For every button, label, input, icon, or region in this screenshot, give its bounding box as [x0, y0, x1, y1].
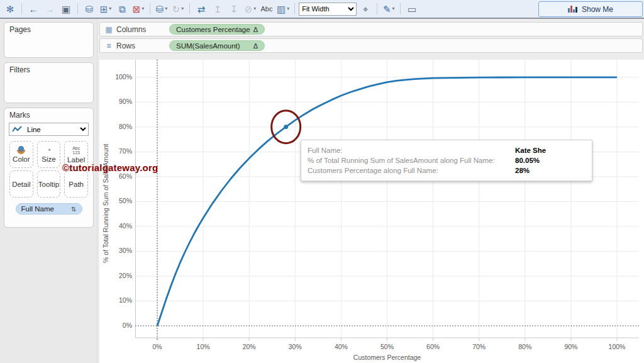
swap-rows-columns-button[interactable]: ⇄: [194, 1, 209, 16]
rows-shelf[interactable]: ≡ Rows SUM(SalesAmount) Δ: [99, 38, 643, 53]
color-button-label: Color: [13, 155, 30, 163]
pages-shelf[interactable]: Pages: [4, 22, 94, 58]
pause-auto-updates-button[interactable]: ⛁▾: [154, 1, 169, 16]
rows-pill-sum-salesamount[interactable]: SUM(SalesAmount) Δ: [169, 40, 265, 51]
x-axis-title: Customers Percentage: [135, 354, 639, 361]
y-tick-label: 90%: [104, 98, 132, 105]
new-data-source-button[interactable]: ⛁: [82, 1, 97, 16]
watermark: ©tutorialgateway.org: [62, 162, 158, 173]
clear-sheet-icon: ⊠: [133, 4, 141, 14]
y-tick-label: 30%: [104, 247, 132, 254]
new-worksheet-icon: ⊞: [100, 4, 108, 14]
y-tick-label: 20%: [104, 272, 132, 279]
tooltip-label: Customers Percentage along Full Name:: [308, 165, 515, 176]
tooltip-label: % of Total Running Sum of SalesAmount al…: [308, 155, 515, 165]
pareto-line-plot[interactable]: [135, 60, 639, 341]
fit-selector[interactable]: Fit Width: [299, 3, 357, 16]
tooltip-row: Full Name:Kate She: [308, 145, 586, 155]
mark-type-select[interactable]: Line: [9, 123, 89, 136]
tooltip-button[interactable]: Tooltip: [37, 170, 61, 198]
duplicate-sheet-icon: ⧉: [119, 4, 126, 14]
duplicate-sheet-button[interactable]: ⧉: [114, 1, 130, 16]
x-tick-label: 90%: [557, 343, 585, 350]
show-me-button[interactable]: Show Me: [538, 1, 643, 17]
columns-label: Columns: [114, 25, 153, 34]
undo-icon: ←: [29, 4, 38, 14]
columns-shelf[interactable]: ▦ Columns Customers Percentage Δ: [99, 22, 643, 36]
redo-icon: →: [45, 4, 55, 14]
show-hide-cards-caret-icon[interactable]: ▾: [287, 6, 289, 11]
clear-sheet-button[interactable]: ⊠▾: [131, 1, 146, 16]
undo-button[interactable]: ←: [26, 1, 41, 16]
columns-pill-customers-percentage[interactable]: Customers Percentage Δ: [169, 24, 265, 35]
redo-button[interactable]: →: [42, 1, 57, 16]
sort-ascending-button[interactable]: ↥: [210, 1, 225, 16]
sort-descending-button[interactable]: ↧: [226, 1, 242, 16]
chart-area[interactable]: % of Total Running Sum of SalesAmount 0%…: [99, 60, 644, 363]
sort-icon: ⇅: [71, 206, 76, 213]
show-hide-cards-button[interactable]: ▥▾: [275, 1, 291, 16]
show-hide-cards-icon: ▥: [277, 4, 286, 14]
y-tick-label: 80%: [104, 123, 132, 130]
show-mark-labels-icon: Abc: [261, 6, 273, 13]
new-data-source-icon: ⛁: [86, 4, 94, 14]
presentation-mode-button[interactable]: ▭: [404, 1, 419, 16]
table-calc-delta-icon: Δ: [253, 26, 258, 33]
fix-axes-button[interactable]: ⌖: [358, 1, 373, 16]
tooltip-value: Kate She: [515, 145, 546, 155]
member-highlight-caret-icon[interactable]: ▾: [253, 6, 256, 11]
show-me-label: Show Me: [582, 5, 613, 14]
x-tick-label: 10%: [189, 343, 217, 350]
refresh-data-icon: ↻: [172, 4, 180, 14]
filters-label: Filters: [4, 63, 93, 75]
plot-svg: [135, 60, 639, 341]
size-button[interactable]: ◔Size: [37, 141, 61, 168]
member-highlight-icon: ⊘: [245, 4, 253, 14]
highlight-pen-caret-icon[interactable]: ▾: [392, 6, 394, 11]
color-button[interactable]: Color: [9, 141, 33, 168]
x-tick-label: 20%: [235, 343, 263, 350]
member-highlight-button[interactable]: ⊘▾: [243, 1, 258, 16]
full-name-pill[interactable]: Full Name ⇅: [16, 203, 82, 215]
y-tick-label: 60%: [104, 172, 132, 180]
full-name-pill-label: Full Name: [21, 205, 54, 213]
marks-buttons-row2: DetailTooltipPath: [4, 170, 93, 200]
highlight-pen-icon: ✎: [383, 4, 391, 14]
y-tick-label: 10%: [104, 296, 132, 304]
y-tick-label: 100%: [104, 73, 132, 81]
refresh-data-caret-icon[interactable]: ▾: [181, 6, 184, 11]
y-tick-label: 50%: [104, 197, 132, 204]
highlight-pen-button[interactable]: ✎▾: [381, 1, 396, 16]
tooltip-value: 28%: [515, 165, 530, 176]
clear-sheet-caret-icon[interactable]: ▾: [142, 6, 144, 11]
x-tick-label: 0%: [143, 343, 171, 350]
x-tick-label: 70%: [465, 343, 493, 350]
x-tick-label: 80%: [511, 343, 539, 350]
toolbar-separator: [377, 3, 377, 14]
sidebar: Pages Filters Marks Line Color◔SizeAbc12…: [0, 19, 97, 363]
path-button-label: Path: [69, 181, 84, 188]
table-calc-delta-icon: Δ: [253, 42, 258, 50]
fix-axes-icon: ⌖: [363, 4, 368, 14]
mark-tooltip: Full Name:Kate She% of Total Running Sum…: [301, 140, 592, 181]
detail-button-label: Detail: [12, 181, 30, 188]
path-button[interactable]: Path: [64, 170, 88, 198]
detail-button[interactable]: Detail: [9, 170, 33, 198]
highlighted-mark[interactable]: [284, 125, 288, 129]
show-mark-labels-button[interactable]: Abc: [259, 1, 274, 16]
refresh-data-button[interactable]: ↻▾: [170, 1, 186, 16]
new-worksheet-button[interactable]: ⊞▾: [98, 1, 113, 16]
toolbar-separator: [400, 3, 401, 14]
x-tick-label: 60%: [419, 343, 447, 350]
y-tick-label: 70%: [104, 147, 132, 155]
x-tick-label: 50%: [374, 343, 401, 350]
label-icon: Abc123: [72, 146, 80, 155]
pause-auto-updates-caret-icon[interactable]: ▾: [165, 6, 167, 11]
new-worksheet-caret-icon[interactable]: ▾: [109, 6, 111, 11]
sort-ascending-icon: ↥: [214, 4, 222, 14]
rows-icon: ≡: [104, 42, 114, 50]
save-button[interactable]: ▣: [58, 1, 74, 16]
filters-shelf[interactable]: Filters: [4, 62, 94, 103]
size-icon: ◔: [47, 147, 52, 154]
toolbar-separator: [150, 3, 150, 14]
